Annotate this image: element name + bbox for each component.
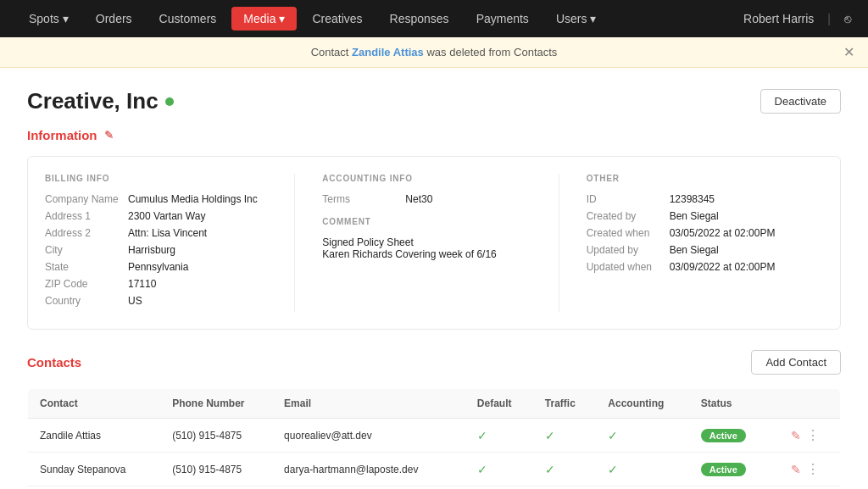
nav-divider: | — [827, 12, 831, 25]
nav-payments[interactable]: Payments — [465, 7, 541, 31]
contact-status: Active — [689, 453, 779, 486]
media-chevron-icon: ▾ — [279, 12, 285, 25]
contact-row-actions: ✎ ⋮ — [779, 486, 841, 490]
col-email: Email — [272, 389, 465, 419]
contact-accounting: ✓ — [596, 453, 688, 486]
billing-field-value: Attn: Lisa Vincent — [128, 227, 207, 239]
contact-default: ✓ — [465, 419, 533, 453]
spots-chevron-icon: ▾ — [63, 12, 69, 25]
check-icon: ✓ — [545, 429, 555, 442]
contact-accounting: ✓ — [596, 486, 688, 490]
information-title: Information — [27, 128, 97, 142]
nav-spots[interactable]: Spots ▾ — [17, 7, 81, 31]
notification-prefix: Contact — [311, 46, 352, 58]
accounting-info-section: ACCOUNTING INFO Terms Net30 COMMENT Sign… — [309, 174, 559, 312]
row-actions: ✎ ⋮ — [791, 461, 828, 477]
other-field-label: Updated when — [587, 261, 663, 273]
contacts-title: Contacts — [27, 355, 81, 370]
table-row: Zandile Attias (510) 915-4875 quorealiev… — [28, 419, 841, 453]
comment-section: COMMENT Signed Policy Sheet Karen Richar… — [322, 217, 558, 260]
more-options-icon[interactable]: ⋮ — [806, 461, 820, 477]
col-default: Default — [465, 389, 533, 419]
check-icon: ✓ — [608, 429, 618, 442]
contact-row-actions: ✎ ⋮ — [779, 419, 841, 453]
col-phone: Phone Number — [160, 389, 272, 419]
responses-label: Responses — [390, 12, 449, 25]
company-name: Creative, Inc — [27, 88, 174, 114]
more-options-icon[interactable]: ⋮ — [806, 427, 820, 443]
contact-default: ✓ — [465, 486, 533, 490]
contacts-table: Contact Phone Number Email Default Traff… — [27, 388, 841, 489]
customers-label: Customers — [159, 12, 217, 25]
accounting-section-label: ACCOUNTING INFO — [322, 174, 558, 183]
media-label: Media — [243, 12, 275, 25]
nav-orders[interactable]: Orders — [84, 7, 144, 31]
contact-phone: (510) 915-4875 — [160, 453, 272, 486]
nav-right: Robert Harris | ⎋ — [743, 12, 851, 25]
information-grid: BILLING INFO Company NameCumulus Media H… — [27, 156, 841, 330]
billing-fields: Company NameCumulus Media Holdings IncAd… — [45, 193, 294, 307]
billing-row: Address 12300 Vartan Way — [45, 210, 294, 222]
other-row: Updated byBen Siegal — [587, 244, 823, 256]
add-contact-button[interactable]: Add Contact — [751, 350, 841, 375]
terms-value: Net30 — [405, 193, 432, 205]
contact-default: ✓ — [465, 453, 533, 486]
check-icon: ✓ — [477, 429, 487, 442]
nav-media[interactable]: Media ▾ — [231, 7, 297, 31]
contact-email: darya-hartmann@laposte.dev — [272, 453, 465, 486]
contacts-section-header: Contacts Add Contact — [27, 350, 841, 375]
billing-info-section: BILLING INFO Company NameCumulus Media H… — [45, 174, 295, 312]
comment-label: COMMENT — [322, 217, 558, 226]
billing-field-value: Harrisburg — [128, 244, 175, 256]
company-name-text: Creative, Inc — [27, 88, 159, 114]
notification-text: Contact Zandile Attias was deleted from … — [311, 46, 558, 58]
contact-traffic: ✓ — [533, 419, 597, 453]
nav-creatives[interactable]: Creatives — [300, 7, 374, 31]
edit-contact-icon[interactable]: ✎ — [791, 429, 801, 442]
close-icon[interactable]: ✕ — [843, 44, 854, 60]
other-field-label: Updated by — [587, 244, 663, 256]
other-field-value: Ben Siegal — [670, 210, 719, 222]
billing-field-label: State — [45, 261, 121, 273]
edit-information-icon[interactable]: ✎ — [104, 129, 114, 142]
contact-email: nathan-lang@t-online.net — [272, 486, 465, 490]
user-name: Robert Harris — [743, 12, 814, 25]
creatives-label: Creatives — [312, 12, 362, 25]
billing-row: ZIP Code17110 — [45, 278, 294, 290]
contact-row-actions: ✎ ⋮ — [779, 453, 841, 486]
other-fields: ID12398345Created byBen SiegalCreated wh… — [587, 193, 823, 273]
billing-field-value: US — [128, 295, 142, 307]
nav-users[interactable]: Users ▾ — [544, 7, 609, 31]
contact-traffic: ✓ — [533, 486, 597, 490]
users-chevron-icon: ▾ — [590, 12, 596, 25]
contact-status: Active — [689, 419, 779, 453]
billing-section-label: BILLING INFO — [45, 174, 294, 183]
other-field-value: 03/09/2022 at 02:00PM — [670, 261, 776, 273]
other-field-value: 12398345 — [670, 193, 715, 205]
billing-field-value: Cumulus Media Holdings Inc — [128, 193, 258, 205]
contact-accounting: ✓ — [596, 419, 688, 453]
billing-row: Address 2Attn: Lisa Vincent — [45, 227, 294, 239]
billing-row: CityHarrisburg — [45, 244, 294, 256]
other-field-value: 03/05/2022 at 02:00PM — [670, 227, 776, 239]
nav-items: Spots ▾ Orders Customers Media ▾ Creativ… — [17, 7, 743, 31]
col-contact: Contact — [28, 389, 161, 419]
billing-field-label: City — [45, 244, 121, 256]
terms-label: Terms — [322, 193, 398, 205]
contacts-table-body: Zandile Attias (510) 915-4875 quorealiev… — [28, 419, 841, 490]
table-row: Sunday Stepanova (510) 915-4875 darya-ha… — [28, 453, 841, 486]
payments-label: Payments — [476, 12, 529, 25]
billing-field-label: Address 1 — [45, 210, 121, 222]
check-icon: ✓ — [477, 463, 487, 476]
deactivate-button[interactable]: Deactivate — [760, 89, 841, 114]
nav-customers[interactable]: Customers — [147, 7, 229, 31]
nav-responses[interactable]: Responses — [378, 7, 461, 31]
row-actions: ✎ ⋮ — [791, 427, 828, 443]
logout-icon[interactable]: ⎋ — [844, 12, 851, 25]
edit-contact-icon[interactable]: ✎ — [791, 463, 801, 476]
contact-name: Helgi Pugh — [28, 486, 161, 490]
terms-row: Terms Net30 — [322, 193, 558, 205]
col-accounting: Accounting — [596, 389, 688, 419]
contacts-table-header-row: Contact Phone Number Email Default Traff… — [28, 389, 841, 419]
billing-field-label: Address 2 — [45, 227, 121, 239]
